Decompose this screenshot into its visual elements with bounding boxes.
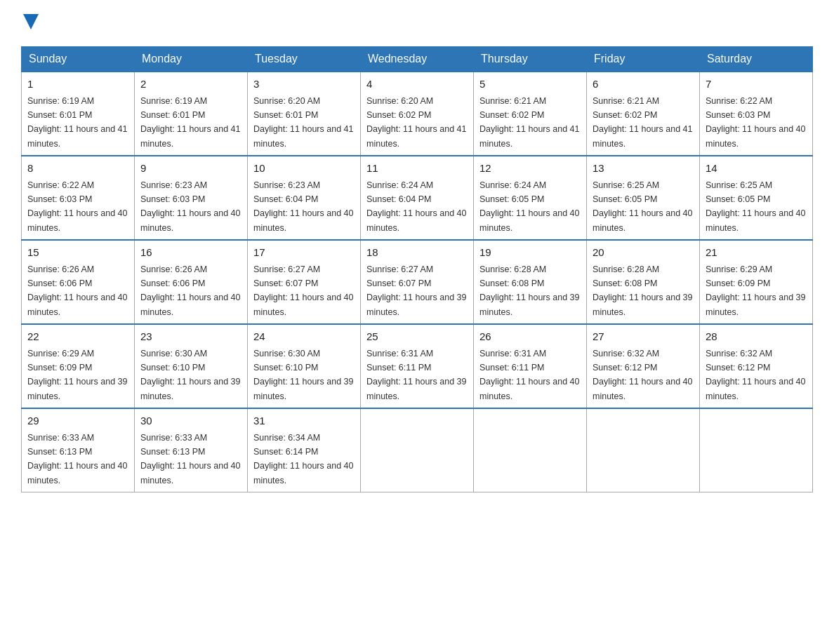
calendar-empty-cell bbox=[700, 408, 813, 492]
day-number: 19 bbox=[479, 245, 581, 261]
day-number: 10 bbox=[253, 161, 355, 177]
day-number: 6 bbox=[593, 76, 694, 93]
day-number: 24 bbox=[253, 329, 355, 345]
day-number: 1 bbox=[27, 76, 128, 93]
calendar-day-cell: 1 Sunrise: 6:19 AMSunset: 6:01 PMDayligh… bbox=[22, 72, 135, 156]
day-info: Sunrise: 6:24 AMSunset: 6:05 PMDaylight:… bbox=[479, 180, 579, 233]
calendar-day-cell: 30 Sunrise: 6:33 AMSunset: 6:13 PMDaylig… bbox=[135, 408, 248, 492]
calendar-day-cell: 18 Sunrise: 6:27 AMSunset: 6:07 PMDaylig… bbox=[361, 240, 474, 324]
calendar-week-row: 8 Sunrise: 6:22 AMSunset: 6:03 PMDayligh… bbox=[22, 156, 813, 240]
calendar-day-cell: 2 Sunrise: 6:19 AMSunset: 6:01 PMDayligh… bbox=[135, 72, 248, 156]
calendar-day-header: Saturday bbox=[700, 47, 813, 72]
day-info: Sunrise: 6:22 AMSunset: 6:03 PMDaylight:… bbox=[706, 96, 805, 149]
calendar-day-cell: 11 Sunrise: 6:24 AMSunset: 6:04 PMDaylig… bbox=[361, 156, 474, 240]
day-info: Sunrise: 6:28 AMSunset: 6:08 PMDaylight:… bbox=[593, 264, 692, 317]
day-number: 31 bbox=[253, 413, 355, 429]
day-info: Sunrise: 6:26 AMSunset: 6:06 PMDaylight:… bbox=[140, 264, 240, 317]
day-info: Sunrise: 6:29 AMSunset: 6:09 PMDaylight:… bbox=[27, 349, 127, 401]
calendar-day-cell: 29 Sunrise: 6:33 AMSunset: 6:13 PMDaylig… bbox=[22, 408, 135, 492]
calendar-day-header: Thursday bbox=[474, 47, 587, 72]
calendar-day-cell: 19 Sunrise: 6:28 AMSunset: 6:08 PMDaylig… bbox=[474, 240, 587, 324]
day-number: 14 bbox=[706, 161, 807, 177]
calendar-day-cell: 8 Sunrise: 6:22 AMSunset: 6:03 PMDayligh… bbox=[22, 156, 135, 240]
day-info: Sunrise: 6:31 AMSunset: 6:11 PMDaylight:… bbox=[479, 349, 579, 401]
day-info: Sunrise: 6:23 AMSunset: 6:04 PMDaylight:… bbox=[253, 180, 353, 233]
calendar-day-cell: 12 Sunrise: 6:24 AMSunset: 6:05 PMDaylig… bbox=[474, 156, 587, 240]
day-number: 7 bbox=[706, 76, 807, 93]
day-info: Sunrise: 6:19 AMSunset: 6:01 PMDaylight:… bbox=[140, 96, 240, 149]
day-number: 30 bbox=[140, 413, 241, 429]
calendar-day-cell: 3 Sunrise: 6:20 AMSunset: 6:01 PMDayligh… bbox=[248, 72, 361, 156]
day-info: Sunrise: 6:27 AMSunset: 6:07 PMDaylight:… bbox=[366, 264, 466, 317]
day-number: 15 bbox=[27, 245, 128, 261]
page-header bbox=[21, 14, 813, 32]
day-number: 20 bbox=[593, 245, 694, 261]
calendar-table: SundayMondayTuesdayWednesdayThursdayFrid… bbox=[21, 46, 813, 492]
day-info: Sunrise: 6:20 AMSunset: 6:01 PMDaylight:… bbox=[253, 96, 353, 149]
day-info: Sunrise: 6:26 AMSunset: 6:06 PMDaylight:… bbox=[27, 264, 127, 317]
calendar-day-cell: 22 Sunrise: 6:29 AMSunset: 6:09 PMDaylig… bbox=[22, 324, 135, 408]
day-number: 5 bbox=[479, 76, 581, 93]
calendar-week-row: 22 Sunrise: 6:29 AMSunset: 6:09 PMDaylig… bbox=[22, 324, 813, 408]
day-info: Sunrise: 6:32 AMSunset: 6:12 PMDaylight:… bbox=[593, 349, 692, 401]
calendar-day-cell: 28 Sunrise: 6:32 AMSunset: 6:12 PMDaylig… bbox=[700, 324, 813, 408]
calendar-day-header: Sunday bbox=[22, 47, 135, 72]
calendar-day-cell: 9 Sunrise: 6:23 AMSunset: 6:03 PMDayligh… bbox=[135, 156, 248, 240]
day-info: Sunrise: 6:21 AMSunset: 6:02 PMDaylight:… bbox=[593, 96, 692, 149]
calendar-day-cell: 5 Sunrise: 6:21 AMSunset: 6:02 PMDayligh… bbox=[474, 72, 587, 156]
day-info: Sunrise: 6:29 AMSunset: 6:09 PMDaylight:… bbox=[706, 264, 805, 317]
day-info: Sunrise: 6:19 AMSunset: 6:01 PMDaylight:… bbox=[27, 96, 127, 149]
day-info: Sunrise: 6:25 AMSunset: 6:05 PMDaylight:… bbox=[593, 180, 692, 233]
day-number: 17 bbox=[253, 245, 355, 261]
day-info: Sunrise: 6:24 AMSunset: 6:04 PMDaylight:… bbox=[366, 180, 466, 233]
day-number: 23 bbox=[140, 329, 241, 345]
calendar-week-row: 15 Sunrise: 6:26 AMSunset: 6:06 PMDaylig… bbox=[22, 240, 813, 324]
day-info: Sunrise: 6:30 AMSunset: 6:10 PMDaylight:… bbox=[140, 349, 240, 401]
day-number: 21 bbox=[706, 245, 807, 261]
calendar-day-cell: 27 Sunrise: 6:32 AMSunset: 6:12 PMDaylig… bbox=[587, 324, 700, 408]
day-info: Sunrise: 6:30 AMSunset: 6:10 PMDaylight:… bbox=[253, 349, 353, 401]
day-info: Sunrise: 6:25 AMSunset: 6:05 PMDaylight:… bbox=[706, 180, 805, 233]
calendar-week-row: 1 Sunrise: 6:19 AMSunset: 6:01 PMDayligh… bbox=[22, 72, 813, 156]
calendar-empty-cell bbox=[361, 408, 474, 492]
day-info: Sunrise: 6:23 AMSunset: 6:03 PMDaylight:… bbox=[140, 180, 240, 233]
calendar-day-cell: 23 Sunrise: 6:30 AMSunset: 6:10 PMDaylig… bbox=[135, 324, 248, 408]
calendar-week-row: 29 Sunrise: 6:33 AMSunset: 6:13 PMDaylig… bbox=[22, 408, 813, 492]
calendar-day-cell: 14 Sunrise: 6:25 AMSunset: 6:05 PMDaylig… bbox=[700, 156, 813, 240]
calendar-day-cell: 7 Sunrise: 6:22 AMSunset: 6:03 PMDayligh… bbox=[700, 72, 813, 156]
calendar-day-cell: 24 Sunrise: 6:30 AMSunset: 6:10 PMDaylig… bbox=[248, 324, 361, 408]
calendar-day-cell: 13 Sunrise: 6:25 AMSunset: 6:05 PMDaylig… bbox=[587, 156, 700, 240]
day-number: 2 bbox=[140, 76, 241, 93]
day-number: 12 bbox=[479, 161, 581, 177]
calendar-day-cell: 6 Sunrise: 6:21 AMSunset: 6:02 PMDayligh… bbox=[587, 72, 700, 156]
calendar-day-header: Monday bbox=[135, 47, 248, 72]
day-number: 26 bbox=[479, 329, 581, 345]
day-info: Sunrise: 6:33 AMSunset: 6:13 PMDaylight:… bbox=[27, 433, 127, 485]
day-number: 16 bbox=[140, 245, 241, 261]
day-number: 8 bbox=[27, 161, 128, 177]
calendar-day-cell: 17 Sunrise: 6:27 AMSunset: 6:07 PMDaylig… bbox=[248, 240, 361, 324]
day-number: 22 bbox=[27, 329, 128, 345]
calendar-day-header: Friday bbox=[587, 47, 700, 72]
day-number: 18 bbox=[366, 245, 468, 261]
calendar-day-header: Tuesday bbox=[248, 47, 361, 72]
day-info: Sunrise: 6:28 AMSunset: 6:08 PMDaylight:… bbox=[479, 264, 579, 317]
day-number: 3 bbox=[253, 76, 355, 93]
logo-arrow-icon bbox=[23, 14, 39, 29]
day-number: 25 bbox=[366, 329, 468, 345]
day-info: Sunrise: 6:22 AMSunset: 6:03 PMDaylight:… bbox=[27, 180, 127, 233]
svg-marker-0 bbox=[23, 14, 39, 29]
calendar-empty-cell bbox=[474, 408, 587, 492]
calendar-day-header: Wednesday bbox=[361, 47, 474, 72]
calendar-empty-cell bbox=[587, 408, 700, 492]
calendar-day-cell: 26 Sunrise: 6:31 AMSunset: 6:11 PMDaylig… bbox=[474, 324, 587, 408]
day-info: Sunrise: 6:32 AMSunset: 6:12 PMDaylight:… bbox=[706, 349, 805, 401]
day-number: 4 bbox=[366, 76, 468, 93]
day-number: 27 bbox=[593, 329, 694, 345]
day-number: 13 bbox=[593, 161, 694, 177]
calendar-header-row: SundayMondayTuesdayWednesdayThursdayFrid… bbox=[22, 47, 813, 72]
calendar-day-cell: 25 Sunrise: 6:31 AMSunset: 6:11 PMDaylig… bbox=[361, 324, 474, 408]
day-number: 9 bbox=[140, 161, 241, 177]
calendar-day-cell: 31 Sunrise: 6:34 AMSunset: 6:14 PMDaylig… bbox=[248, 408, 361, 492]
day-number: 11 bbox=[366, 161, 468, 177]
